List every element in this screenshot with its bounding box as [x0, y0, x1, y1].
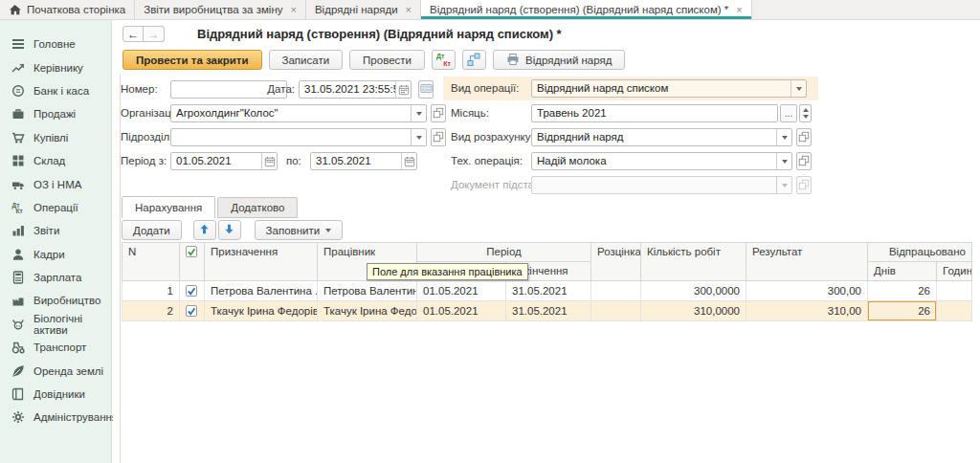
- tab-accruals[interactable]: Нарахування: [122, 196, 215, 218]
- calc-kind-field[interactable]: Відрядний наряд: [531, 128, 792, 146]
- tech-operation-field[interactable]: Надій молока: [531, 152, 792, 170]
- sidebar-item-operations[interactable]: ДтКт Операції: [0, 196, 111, 219]
- cell-days[interactable]: 26: [868, 281, 937, 301]
- cell-result[interactable]: 310,00: [746, 301, 868, 321]
- month-select-button[interactable]: ...: [780, 104, 797, 122]
- cell-period-start[interactable]: 01.05.2021: [417, 281, 506, 301]
- cell-period-end[interactable]: 31.05.2021: [506, 281, 591, 301]
- period-to-field[interactable]: 31.05.2021: [310, 152, 417, 170]
- sidebar-item-hr[interactable]: Кадри: [0, 243, 111, 266]
- cell-period-end[interactable]: 31.05.2021: [506, 301, 591, 321]
- back-button[interactable]: ←: [122, 26, 144, 42]
- operation-kind-field[interactable]: Відрядний наряд списком: [531, 79, 807, 98]
- sidebar-item-bio-assets[interactable]: Біологічні активи: [0, 313, 111, 336]
- cell-include[interactable]: [180, 281, 205, 301]
- write-button[interactable]: Записати: [269, 50, 344, 70]
- sidebar-item-fixed-assets[interactable]: ОЗ і НМА: [0, 172, 111, 195]
- fill-button[interactable]: Заповнити: [255, 220, 344, 240]
- cell-employee[interactable]: Ткачук Ірина Федорів...: [318, 301, 417, 321]
- chevron-down-icon[interactable]: [411, 129, 426, 145]
- sidebar-item-reports[interactable]: Звіти: [0, 219, 111, 242]
- cell-rate[interactable]: [591, 281, 641, 301]
- sidebar-item-land-lease[interactable]: Оренда землі: [0, 359, 111, 382]
- organization-field[interactable]: Агрохолдинг"Колос": [170, 104, 427, 122]
- cell-period-start[interactable]: 01.05.2021: [417, 301, 506, 321]
- date-label: Дата:: [266, 80, 295, 99]
- sidebar-item-production[interactable]: Виробництво: [0, 289, 111, 312]
- forward-button[interactable]: →: [144, 26, 165, 42]
- document-form: ← → Відрядний наряд (створення) (Відрядн…: [113, 20, 980, 463]
- close-icon[interactable]: ×: [406, 4, 412, 15]
- chevron-down-icon[interactable]: [776, 129, 791, 145]
- calculator-button[interactable]: [418, 80, 434, 99]
- calendar-icon[interactable]: [395, 81, 411, 98]
- cell-assignment[interactable]: Ткачук Ірина Федорів...: [205, 301, 318, 321]
- related-documents-button[interactable]: [462, 50, 486, 70]
- calendar-icon[interactable]: [401, 153, 416, 169]
- col-header-result: Результат: [746, 243, 868, 281]
- tab-piecework-order-new[interactable]: Відрядний наряд (створення) (Відрядний н…: [421, 0, 752, 19]
- sidebar-item-manager[interactable]: Керівнику: [0, 55, 111, 78]
- cell-hours[interactable]: [937, 281, 972, 301]
- active-cell-days[interactable]: 26: [868, 301, 937, 321]
- chevron-down-icon[interactable]: [776, 153, 791, 169]
- calendar-icon[interactable]: [261, 153, 277, 169]
- date-field[interactable]: 31.05.2021 23:55:50: [299, 80, 412, 99]
- col-header-include: [180, 243, 205, 281]
- sidebar-item-payroll[interactable]: Зарплата: [0, 266, 111, 289]
- sidebar-item-administration[interactable]: Адміністрування: [0, 406, 111, 429]
- month-label: Місяць:: [451, 104, 489, 122]
- close-icon[interactable]: ×: [291, 4, 297, 15]
- chevron-down-icon[interactable]: [411, 105, 426, 121]
- close-icon[interactable]: ×: [736, 4, 742, 15]
- print-order-button[interactable]: Відрядний наряд: [493, 50, 625, 70]
- checkbox-checked-icon[interactable]: [186, 305, 198, 318]
- tech-operation-open-button[interactable]: [796, 152, 812, 170]
- post-and-close-button[interactable]: Провести та закрити: [122, 50, 262, 70]
- organization-open-button[interactable]: [431, 104, 446, 122]
- period-from-field[interactable]: 01.05.2021: [170, 152, 278, 170]
- cow-icon: [11, 317, 25, 331]
- tab-home[interactable]: Початкова сторінка: [0, 0, 135, 19]
- tab-piecework-orders[interactable]: Відрядні наряди ×: [306, 0, 421, 19]
- sidebar-item-catalogs[interactable]: Довідники: [0, 383, 111, 406]
- sidebar-item-bank-cash[interactable]: Банк і каса: [0, 79, 111, 102]
- cell-include[interactable]: [180, 301, 205, 321]
- month-spinner[interactable]: [799, 104, 812, 122]
- chevron-down-icon[interactable]: [791, 80, 806, 97]
- cart-icon: [11, 130, 25, 144]
- add-row-button[interactable]: Додати: [122, 220, 182, 240]
- tab-production-reports[interactable]: Звіти виробництва за зміну ×: [135, 0, 306, 19]
- cell-result[interactable]: 300,00: [746, 281, 868, 301]
- calc-kind-open-button[interactable]: [796, 128, 812, 146]
- department-open-button[interactable]: [431, 128, 446, 146]
- cell-work-qty[interactable]: 300,0000: [641, 281, 746, 301]
- cell-hours[interactable]: [937, 301, 972, 321]
- col-header-hours: Годин: [937, 262, 972, 281]
- sidebar-item-main[interactable]: Головне: [0, 33, 111, 55]
- sidebar-item-purchases[interactable]: Купівлі: [0, 126, 111, 149]
- sidebar-item-sales[interactable]: Продажі: [0, 102, 111, 125]
- department-field[interactable]: [170, 128, 427, 146]
- page-title: Відрядний наряд (створення) (Відрядний н…: [197, 27, 562, 41]
- sidebar-item-warehouse[interactable]: Склад: [0, 149, 111, 172]
- move-up-button[interactable]: [193, 220, 216, 240]
- dtkt-postings-button[interactable]: ДтКт: [432, 50, 456, 70]
- tab-additional[interactable]: Додатково: [217, 197, 298, 218]
- sidebar-item-transport[interactable]: Транспорт: [0, 336, 111, 359]
- cell-employee[interactable]: Петрова Валентина ...: [318, 281, 417, 301]
- checkbox-all-icon[interactable]: [186, 246, 198, 258]
- dtkt-icon: ДтКт: [11, 200, 25, 214]
- cell-assignment[interactable]: Петрова Валентина ...: [205, 281, 318, 301]
- cell-n[interactable]: 1: [122, 281, 180, 301]
- month-field[interactable]: Травень 2021: [531, 104, 778, 122]
- cell-work-qty[interactable]: 310,0000: [641, 301, 746, 321]
- bar-chart-icon: [11, 224, 25, 238]
- cell-n[interactable]: 2: [122, 301, 180, 321]
- svg-text:Кт: Кт: [15, 208, 22, 214]
- period-to-label: по:: [286, 152, 301, 170]
- move-down-button[interactable]: [218, 220, 241, 240]
- checkbox-checked-icon[interactable]: [186, 285, 198, 298]
- post-button[interactable]: Провести: [349, 50, 425, 70]
- cell-rate[interactable]: [591, 301, 641, 321]
